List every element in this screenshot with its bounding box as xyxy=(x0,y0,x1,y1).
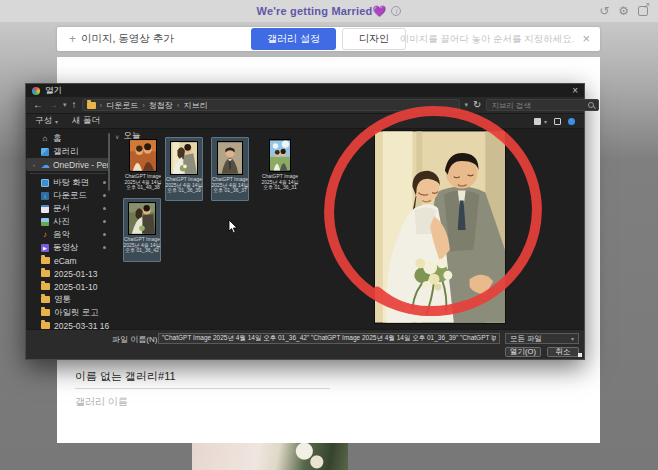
file-name: ChatGPT Image 2025년 4월 14일 오후 01_36_39 xyxy=(164,177,204,194)
back-icon[interactable]: ← xyxy=(33,100,43,110)
thumbnail-image xyxy=(170,141,198,175)
file-tile[interactable]: ChatGPT Image 2025년 4월 14일 오후 01_36_31 xyxy=(259,139,301,191)
open-file-dialog: 열기 × ← → ▾ ↑ › 다운로드 › 청첩장 › 지브리 ▾ ↻ 구성 ▾… xyxy=(25,83,585,360)
sidebar-item-onedrive[interactable]: › OneDrive - Pers xyxy=(26,158,110,171)
sidebar-folder-2025-01-13[interactable]: 2025-01-13 xyxy=(26,267,110,280)
file-name: ChatGPT Image 2025년 4월 14일 오후 01_36_31 xyxy=(260,174,300,191)
chevron-down-icon: ∨ xyxy=(115,133,119,140)
chevron-down-icon: ▾ xyxy=(55,118,58,125)
refresh-icon[interactable]: ↻ xyxy=(473,100,481,110)
filename-label: 파일 이름(N): xyxy=(112,334,160,345)
view-mode-button[interactable]: ▾ xyxy=(534,118,547,125)
breadcrumb-wedding[interactable]: 청첩장 xyxy=(149,100,173,111)
page-title: We're getting Married💜 xyxy=(257,5,387,18)
folder-icon xyxy=(41,257,50,264)
dialog-content: 홈 갤러리 › OneDrive - Pers 바탕 화면 xyxy=(26,129,584,329)
chevron-down-icon[interactable]: ▾ xyxy=(492,336,495,343)
onedrive-status-icon[interactable] xyxy=(568,118,575,125)
documents-icon xyxy=(41,205,49,213)
pin-icon xyxy=(103,194,106,197)
folder-icon xyxy=(41,309,50,316)
breadcrumb-downloads[interactable]: 다운로드 xyxy=(106,100,138,111)
gallery-settings-button[interactable]: 갤러리 설정 xyxy=(251,28,336,50)
folder-icon xyxy=(41,322,50,329)
file-tile[interactable]: ChatGPT Image 2025년 4월 14일 오후 01_49_38 xyxy=(122,139,164,191)
pin-icon xyxy=(103,207,106,210)
drag-order-hint: 이미지를 끌어다 놓아 순서를 지정하세요. xyxy=(400,33,575,46)
sidebar-item-documents[interactable]: 문서 xyxy=(26,202,110,215)
browser-topbar: We're getting Married💜 i ↺ ⚙ xyxy=(0,0,658,22)
share-icon[interactable] xyxy=(638,6,648,16)
onedrive-cloud-icon xyxy=(41,161,49,169)
dialog-sidebar: 홈 갤러리 › OneDrive - Pers 바탕 화면 xyxy=(26,129,110,329)
thumbnail-image xyxy=(128,202,156,235)
pin-icon xyxy=(103,233,106,236)
gallery-name-label: 갤러리 이름 xyxy=(75,395,128,409)
cancel-button[interactable]: 취소 xyxy=(547,347,579,357)
gallery-toolbar: + 이미지, 동영상 추가 갤러리 설정 디자인 이미지를 끌어다 놓아 순서를… xyxy=(57,27,600,51)
breadcrumb-ghibli[interactable]: 지브리 xyxy=(184,100,208,111)
design-button[interactable]: 디자인 xyxy=(342,28,406,50)
filename-input[interactable] xyxy=(158,333,500,344)
search-icon xyxy=(588,102,594,108)
sidebar-folder-ecam[interactable]: eCam xyxy=(26,254,110,267)
sidebar-item-videos[interactable]: 동영상 xyxy=(26,241,110,254)
sidebar-item-desktop[interactable]: 바탕 화면 xyxy=(26,176,110,189)
open-button[interactable]: 열기(O) xyxy=(505,347,541,357)
recent-locations-icon[interactable]: ▾ xyxy=(63,101,67,109)
resize-grip[interactable] xyxy=(578,353,582,357)
pin-icon xyxy=(103,246,106,249)
folder-icon xyxy=(41,270,50,277)
dialog-titlebar[interactable]: 열기 × xyxy=(26,84,584,97)
home-icon xyxy=(41,135,49,143)
chevron-right-icon: › xyxy=(33,162,37,168)
preview-pane-icon[interactable] xyxy=(554,118,561,125)
background-photo xyxy=(192,443,348,470)
up-icon[interactable]: ↑ xyxy=(72,100,77,110)
sidebar-folder-video-call[interactable]: 영통 xyxy=(26,293,110,306)
videos-icon xyxy=(41,244,49,252)
pin-icon xyxy=(103,181,106,184)
file-tile-selected[interactable]: ChatGPT Image 2025년 4월 14일 오후 01_36_42 xyxy=(123,198,161,262)
filetype-select[interactable]: 모든 파일 ▾ xyxy=(505,333,579,344)
new-folder-button[interactable]: 새 폴더 xyxy=(72,115,100,127)
forward-icon[interactable]: → xyxy=(48,100,58,110)
sidebar-item-gallery[interactable]: 갤러리 xyxy=(26,145,110,158)
dialog-close-icon[interactable]: × xyxy=(572,86,578,96)
thumbnail-image xyxy=(217,141,243,175)
add-media-button[interactable]: + 이미지, 동영상 추가 xyxy=(69,32,174,46)
dialog-commandbar: 구성 ▾ 새 폴더 ▾ xyxy=(26,114,584,129)
music-icon xyxy=(41,231,49,239)
settings-gear-icon[interactable]: ⚙ xyxy=(618,5,629,17)
sidebar-folder-logo[interactable]: 아일릿 로고 xyxy=(26,306,110,319)
search-box[interactable] xyxy=(486,99,599,111)
gallery-icon xyxy=(41,148,49,156)
search-input[interactable] xyxy=(491,101,588,110)
address-bar[interactable]: › 다운로드 › 청첩장 › 지브리 xyxy=(82,99,460,111)
address-dropdown-icon[interactable]: ▾ xyxy=(465,101,469,109)
file-tile-selected[interactable]: ChatGPT Image 2025년 4월 14일 오후 01_36_39 xyxy=(165,137,203,201)
gallery-name-input[interactable]: 이름 없는 갤러리#11 xyxy=(75,369,330,389)
sidebar-item-pictures[interactable]: 사진 xyxy=(26,215,110,228)
folder-icon xyxy=(41,283,50,290)
plus-icon: + xyxy=(69,32,76,46)
sidebar-folder-2025-01-10[interactable]: 2025-01-10 xyxy=(26,280,110,293)
close-icon[interactable]: × xyxy=(582,34,590,44)
dialog-footer: 파일 이름(N): ▾ 모든 파일 ▾ 열기(O) 취소 xyxy=(26,329,584,359)
thumbnail-image xyxy=(129,139,157,172)
info-icon[interactable]: i xyxy=(391,6,401,16)
pin-icon xyxy=(103,220,106,223)
pictures-icon xyxy=(41,218,49,226)
preview-image[interactable] xyxy=(374,130,506,324)
organize-menu[interactable]: 구성 ▾ xyxy=(35,115,58,127)
view-mode-icon xyxy=(534,118,541,125)
sidebar-divider xyxy=(30,173,106,174)
sidebar-item-home[interactable]: 홈 xyxy=(26,132,110,145)
sidebar-item-downloads[interactable]: 다운로드 xyxy=(26,189,110,202)
downloads-icon xyxy=(41,192,49,200)
history-icon[interactable]: ↺ xyxy=(599,5,609,17)
file-name: ChatGPT Image 2025년 4월 14일 오후 01_36_42 xyxy=(122,237,162,254)
file-tile-selected[interactable]: ChatGPT Image 2025년 4월 14일 오후 01_36_37 xyxy=(211,137,249,201)
sidebar-item-music[interactable]: 음악 xyxy=(26,228,110,241)
dialog-title: 열기 xyxy=(45,85,62,97)
